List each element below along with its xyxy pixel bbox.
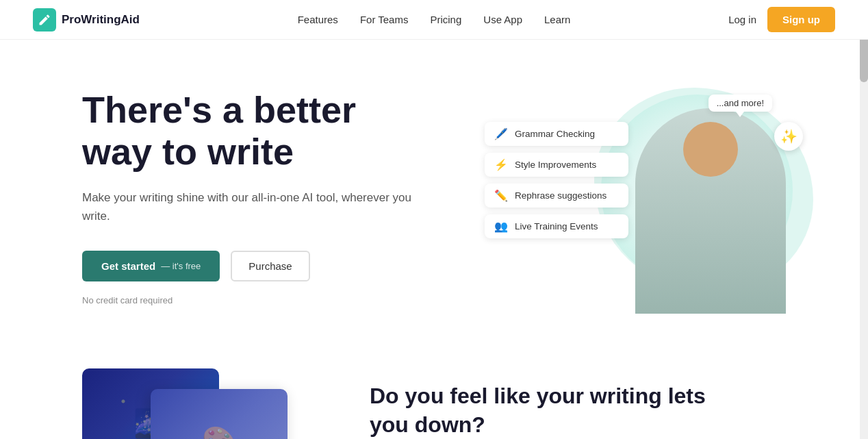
login-link[interactable]: Log in <box>728 14 756 25</box>
logo-text: ProWritingAid <box>62 13 140 27</box>
section2: My idea in my head Do you feel like your… <box>0 341 868 439</box>
section2-images: My idea in my head <box>82 368 329 439</box>
feature-pills: 🖊️ Grammar Checking ⚡ Style Improvements… <box>485 122 628 238</box>
purchase-button[interactable]: Purchase <box>231 251 309 281</box>
training-label: Live Training Events <box>515 221 598 231</box>
pill-rephrase: ✏️ Rephrase suggestions <box>485 184 628 208</box>
hero-subtitle: Make your writing shine with our all-in-… <box>82 188 438 225</box>
illustration-container: ...and more! ✨ 🖊️ Grammar Checking ⚡ Sty… <box>485 81 813 314</box>
grammar-icon: 🖊️ <box>494 127 508 140</box>
pill-style: ⚡ Style Improvements <box>485 153 628 177</box>
grammar-label: Grammar Checking <box>515 129 595 139</box>
scrollbar-track[interactable] <box>860 0 868 439</box>
rephrase-icon: ✏️ <box>494 189 508 202</box>
hero-buttons: Get started — it's free Purchase <box>82 251 438 281</box>
nav-links: Features For Teams Pricing Use App Learn <box>298 14 571 25</box>
navbar: ProWritingAid Features For Teams Pricing… <box>0 0 868 40</box>
logo-icon <box>33 8 56 32</box>
rephrase-label: Rephrase suggestions <box>515 190 607 201</box>
and-more-bubble: ...and more! <box>709 95 772 112</box>
image-card-front <box>151 389 288 439</box>
logo-link[interactable]: ProWritingAid <box>33 8 140 32</box>
get-started-button[interactable]: Get started — it's free <box>82 251 220 281</box>
style-icon: ⚡ <box>494 158 508 171</box>
hero-illustration: ...and more! ✨ 🖊️ Grammar Checking ⚡ Sty… <box>485 81 813 314</box>
signup-button[interactable]: Sign up <box>767 7 835 32</box>
nav-use-app[interactable]: Use App <box>483 14 522 25</box>
nav-actions: Log in Sign up <box>728 7 835 32</box>
hero-section: There's a better way to write Make your … <box>0 40 868 341</box>
hero-person <box>635 108 786 314</box>
hero-title: There's a better way to write <box>82 89 438 172</box>
hero-content: There's a better way to write Make your … <box>82 89 438 305</box>
sparkle-badge: ✨ <box>774 122 803 151</box>
nav-features[interactable]: Features <box>298 14 338 25</box>
nav-pricing[interactable]: Pricing <box>430 14 461 25</box>
nav-for-teams[interactable]: For Teams <box>360 14 409 25</box>
section2-title: Do you feel like your writing lets you d… <box>370 382 712 439</box>
nav-learn[interactable]: Learn <box>544 14 570 25</box>
pill-grammar: 🖊️ Grammar Checking <box>485 122 628 146</box>
no-credit-text: No credit card required <box>82 295 438 305</box>
training-icon: 👥 <box>494 220 508 233</box>
style-label: Style Improvements <box>515 160 596 170</box>
logo-svg <box>38 13 51 27</box>
section2-text: Do you feel like your writing lets you d… <box>370 368 712 439</box>
pill-training: 👥 Live Training Events <box>485 214 628 238</box>
